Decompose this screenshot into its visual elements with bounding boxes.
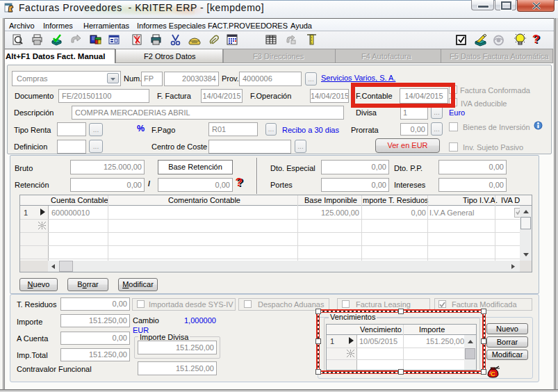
svg-text:C: C [491,370,495,377]
